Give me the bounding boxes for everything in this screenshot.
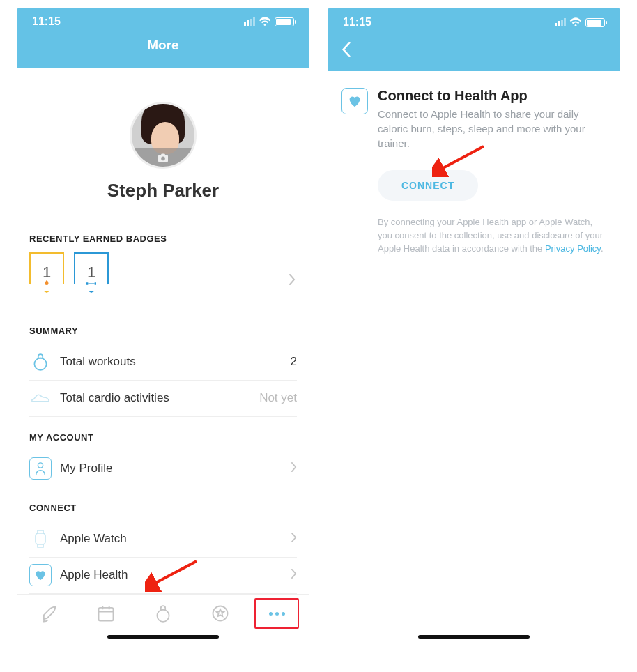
tab-rocket[interactable]	[27, 598, 72, 629]
chevron-right-icon	[291, 462, 297, 475]
camera-icon	[132, 148, 194, 167]
nav-header: More	[17, 35, 309, 68]
row-value: Not yet	[259, 391, 297, 405]
svg-rect-2	[88, 283, 94, 284]
svg-point-3	[34, 358, 46, 370]
profile-icon	[29, 457, 52, 480]
status-bar: 11:15	[17, 8, 309, 35]
shoe-icon	[29, 387, 52, 409]
section-title-badges: RECENTLY EARNED BADGES	[29, 234, 297, 244]
row-value: 2	[291, 355, 297, 369]
tab-calendar[interactable]	[84, 598, 128, 629]
row-total-cardio: Total cardio activities Not yet	[29, 381, 297, 417]
section-account: MY ACCOUNT My Profile	[17, 432, 309, 487]
status-time: 11:15	[343, 16, 371, 29]
row-my-profile[interactable]: My Profile	[29, 451, 297, 487]
chevron-right-icon	[291, 569, 297, 581]
flame-icon	[43, 279, 51, 287]
section-title-summary: SUMMARY	[29, 326, 297, 336]
battery-icon	[275, 17, 294, 26]
back-button[interactable]	[336, 39, 357, 60]
privacy-policy-link[interactable]: Privacy Policy	[545, 243, 601, 254]
row-label: Total cardio activities	[60, 391, 259, 405]
user-name: Steph Parker	[17, 180, 309, 201]
status-right	[244, 17, 295, 26]
status-time: 11:15	[32, 15, 61, 28]
section-summary: SUMMARY Total workouts 2 Total cardio ac…	[17, 326, 309, 417]
row-label: Apple Watch	[60, 532, 286, 546]
kettlebell-icon	[154, 604, 172, 623]
tab-workouts[interactable]	[141, 598, 185, 629]
health-icon	[29, 564, 52, 586]
home-indicator	[418, 635, 530, 639]
svg-rect-0	[86, 282, 88, 285]
chevron-right-icon	[289, 274, 296, 288]
svg-point-8	[157, 610, 169, 622]
health-description: Connect to Apple Health to share your da…	[378, 107, 606, 151]
more-icon	[269, 612, 285, 616]
connect-button[interactable]: CONNECT	[378, 170, 478, 201]
screen-more: 11:15 More Steph Parker RECENTLY EARNED …	[17, 8, 309, 643]
nav-header	[328, 36, 620, 71]
health-icon	[341, 88, 368, 114]
badge-streak: 1	[29, 252, 64, 293]
wifi-icon	[569, 17, 582, 27]
section-title-connect: CONNECT	[29, 503, 297, 513]
calendar-icon	[96, 604, 116, 623]
kettlebell-icon	[29, 351, 52, 373]
wifi-icon	[259, 17, 271, 26]
row-label: Total workouts	[60, 355, 291, 369]
svg-point-4	[38, 463, 43, 468]
screen-connect-health: 11:15 Connect to Health App Connect to A…	[328, 8, 620, 643]
avatar[interactable]	[130, 102, 197, 169]
signal-icon	[555, 18, 567, 26]
row-total-workouts: Total workouts 2	[29, 344, 297, 381]
svg-rect-5	[36, 533, 45, 544]
battery-icon	[585, 18, 605, 27]
status-bar: 11:15	[328, 8, 620, 36]
tab-achievements[interactable]	[198, 598, 243, 629]
rocket-icon	[40, 604, 59, 623]
health-header: Connect to Health App Connect to Apple H…	[341, 88, 606, 151]
home-indicator	[107, 635, 219, 639]
row-apple-health[interactable]: Apple Health	[29, 558, 297, 594]
star-badge-icon	[210, 604, 230, 623]
section-title-account: MY ACCOUNT	[29, 432, 297, 443]
row-label: My Profile	[60, 461, 286, 475]
status-right	[555, 17, 606, 27]
watch-icon	[29, 528, 52, 550]
chevron-right-icon	[291, 533, 297, 545]
tab-bar	[17, 594, 309, 632]
section-connect: CONNECT Apple Watch Apple Health	[17, 503, 309, 594]
page-title: More	[147, 38, 178, 53]
row-apple-watch[interactable]: Apple Watch	[29, 521, 297, 558]
row-label: Apple Health	[60, 568, 286, 582]
badges-row[interactable]: 1 1	[29, 252, 297, 310]
svg-rect-7	[99, 608, 114, 621]
badge-workout: 1	[74, 252, 109, 293]
section-badges: RECENTLY EARNED BADGES 1 1	[17, 234, 309, 310]
consent-text: By connecting your Apple Health app or A…	[378, 216, 606, 256]
dumbbell-icon	[86, 280, 96, 287]
signal-icon	[244, 17, 256, 26]
svg-rect-1	[95, 282, 96, 285]
tab-more[interactable]	[254, 598, 299, 629]
health-title: Connect to Health App	[378, 88, 606, 104]
profile-block: Steph Parker	[17, 68, 309, 218]
health-panel: Connect to Health App Connect to Apple H…	[328, 71, 620, 273]
